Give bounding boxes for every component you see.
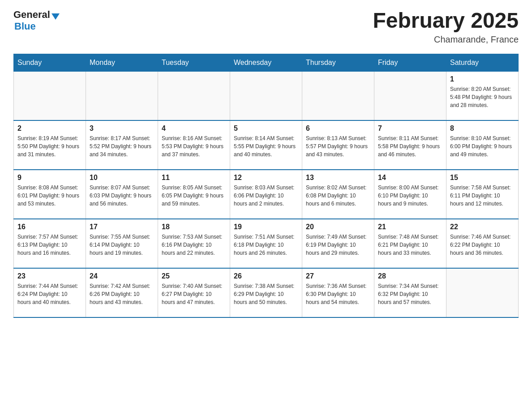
day-info: Sunrise: 8:08 AM Sunset: 6:01 PM Dayligh… [17,184,82,208]
day-info: Sunrise: 8:02 AM Sunset: 6:08 PM Dayligh… [306,184,370,208]
day-info: Sunrise: 8:20 AM Sunset: 5:48 PM Dayligh… [450,85,515,109]
day-number: 9 [17,174,82,182]
day-number: 8 [450,124,515,133]
calendar-cell: 9Sunrise: 8:08 AM Sunset: 6:01 PM Daylig… [14,170,86,219]
day-number: 13 [306,174,370,182]
calendar-cell [230,71,302,120]
day-info: Sunrise: 8:19 AM Sunset: 5:50 PM Dayligh… [17,134,82,158]
calendar-cell: 27Sunrise: 7:36 AM Sunset: 6:30 PM Dayli… [302,268,374,317]
location-label: Chamarande, France [373,34,519,45]
month-title: February 2025 [373,9,519,33]
calendar-cell [14,71,86,120]
calendar-cell [374,71,446,120]
day-number: 22 [450,223,515,231]
calendar-cell: 1Sunrise: 8:20 AM Sunset: 5:48 PM Daylig… [446,71,519,120]
day-info: Sunrise: 7:36 AM Sunset: 6:30 PM Dayligh… [306,282,370,306]
day-number: 17 [90,223,154,231]
day-number: 16 [17,223,82,231]
day-number: 26 [234,272,298,280]
weekday-header-sunday: Sunday [14,54,86,71]
day-number: 24 [90,272,154,280]
calendar-cell: 13Sunrise: 8:02 AM Sunset: 6:08 PM Dayli… [302,170,374,219]
calendar-cell: 17Sunrise: 7:55 AM Sunset: 6:14 PM Dayli… [86,219,158,268]
calendar-cell [86,71,158,120]
calendar-cell: 6Sunrise: 8:13 AM Sunset: 5:57 PM Daylig… [302,120,374,170]
day-info: Sunrise: 8:17 AM Sunset: 5:52 PM Dayligh… [90,134,154,158]
day-number: 21 [378,223,442,231]
day-info: Sunrise: 7:48 AM Sunset: 6:21 PM Dayligh… [378,233,442,257]
day-info: Sunrise: 8:00 AM Sunset: 6:10 PM Dayligh… [378,184,442,208]
logo-arrow-icon [51,13,60,20]
calendar-cell: 4Sunrise: 8:16 AM Sunset: 5:53 PM Daylig… [158,120,230,170]
day-number: 3 [90,124,154,133]
weekday-header-row: SundayMondayTuesdayWednesdayThursdayFrid… [14,54,519,71]
day-info: Sunrise: 7:34 AM Sunset: 6:32 PM Dayligh… [378,282,442,306]
day-info: Sunrise: 7:44 AM Sunset: 6:24 PM Dayligh… [17,282,82,306]
calendar-week-row: 23Sunrise: 7:44 AM Sunset: 6:24 PM Dayli… [14,268,519,317]
logo: General Blue [13,9,60,32]
day-number: 1 [450,75,515,83]
calendar-cell: 2Sunrise: 8:19 AM Sunset: 5:50 PM Daylig… [14,120,86,170]
day-info: Sunrise: 8:07 AM Sunset: 6:03 PM Dayligh… [90,184,154,208]
day-info: Sunrise: 7:53 AM Sunset: 6:16 PM Dayligh… [162,233,226,257]
calendar-cell: 22Sunrise: 7:46 AM Sunset: 6:22 PM Dayli… [446,219,519,268]
day-info: Sunrise: 7:46 AM Sunset: 6:22 PM Dayligh… [450,233,515,257]
weekday-header-tuesday: Tuesday [158,54,230,71]
day-info: Sunrise: 8:03 AM Sunset: 6:06 PM Dayligh… [234,184,298,208]
day-number: 20 [306,223,370,231]
calendar-cell: 16Sunrise: 7:57 AM Sunset: 6:13 PM Dayli… [14,219,86,268]
page-header: General Blue February 2025 Chamarande, F… [13,9,519,45]
calendar-cell: 20Sunrise: 7:49 AM Sunset: 6:19 PM Dayli… [302,219,374,268]
day-number: 14 [378,174,442,182]
day-number: 5 [234,124,298,133]
weekday-header-friday: Friday [374,54,446,71]
calendar-cell: 21Sunrise: 7:48 AM Sunset: 6:21 PM Dayli… [374,219,446,268]
calendar-cell: 12Sunrise: 8:03 AM Sunset: 6:06 PM Dayli… [230,170,302,219]
day-number: 7 [378,124,442,133]
day-info: Sunrise: 7:58 AM Sunset: 6:11 PM Dayligh… [450,184,515,208]
day-number: 4 [162,124,226,133]
calendar-cell: 5Sunrise: 8:14 AM Sunset: 5:55 PM Daylig… [230,120,302,170]
day-number: 2 [17,124,82,133]
day-info: Sunrise: 8:05 AM Sunset: 6:05 PM Dayligh… [162,184,226,208]
logo-general-text: General [13,9,50,21]
calendar-cell [446,268,519,317]
calendar-cell: 15Sunrise: 7:58 AM Sunset: 6:11 PM Dayli… [446,170,519,219]
day-number: 12 [234,174,298,182]
calendar-cell: 25Sunrise: 7:40 AM Sunset: 6:27 PM Dayli… [158,268,230,317]
day-number: 6 [306,124,370,133]
day-info: Sunrise: 8:13 AM Sunset: 5:57 PM Dayligh… [306,134,370,158]
logo-blue-text: Blue [14,21,36,32]
day-info: Sunrise: 8:16 AM Sunset: 5:53 PM Dayligh… [162,134,226,158]
day-number: 23 [17,272,82,280]
calendar-cell [158,71,230,120]
day-info: Sunrise: 7:51 AM Sunset: 6:18 PM Dayligh… [234,233,298,257]
calendar-cell: 14Sunrise: 8:00 AM Sunset: 6:10 PM Dayli… [374,170,446,219]
calendar-week-row: 1Sunrise: 8:20 AM Sunset: 5:48 PM Daylig… [14,71,519,120]
day-info: Sunrise: 7:57 AM Sunset: 6:13 PM Dayligh… [17,233,82,257]
day-number: 27 [306,272,370,280]
calendar-cell: 11Sunrise: 8:05 AM Sunset: 6:05 PM Dayli… [158,170,230,219]
weekday-header-monday: Monday [86,54,158,71]
calendar-cell: 3Sunrise: 8:17 AM Sunset: 5:52 PM Daylig… [86,120,158,170]
day-number: 19 [234,223,298,231]
weekday-header-thursday: Thursday [302,54,374,71]
calendar-week-row: 2Sunrise: 8:19 AM Sunset: 5:50 PM Daylig… [14,120,519,170]
calendar-cell: 24Sunrise: 7:42 AM Sunset: 6:26 PM Dayli… [86,268,158,317]
day-info: Sunrise: 8:11 AM Sunset: 5:58 PM Dayligh… [378,134,442,158]
calendar-cell: 8Sunrise: 8:10 AM Sunset: 6:00 PM Daylig… [446,120,519,170]
calendar-cell: 23Sunrise: 7:44 AM Sunset: 6:24 PM Dayli… [14,268,86,317]
calendar-week-row: 9Sunrise: 8:08 AM Sunset: 6:01 PM Daylig… [14,170,519,219]
calendar-cell: 19Sunrise: 7:51 AM Sunset: 6:18 PM Dayli… [230,219,302,268]
day-number: 10 [90,174,154,182]
calendar-table: SundayMondayTuesdayWednesdayThursdayFrid… [13,54,519,318]
day-info: Sunrise: 8:10 AM Sunset: 6:00 PM Dayligh… [450,134,515,158]
day-number: 28 [378,272,442,280]
calendar-cell: 7Sunrise: 8:11 AM Sunset: 5:58 PM Daylig… [374,120,446,170]
calendar-cell: 18Sunrise: 7:53 AM Sunset: 6:16 PM Dayli… [158,219,230,268]
day-info: Sunrise: 7:38 AM Sunset: 6:29 PM Dayligh… [234,282,298,306]
weekday-header-wednesday: Wednesday [230,54,302,71]
day-info: Sunrise: 8:14 AM Sunset: 5:55 PM Dayligh… [234,134,298,158]
calendar-cell: 10Sunrise: 8:07 AM Sunset: 6:03 PM Dayli… [86,170,158,219]
day-info: Sunrise: 7:40 AM Sunset: 6:27 PM Dayligh… [162,282,226,306]
